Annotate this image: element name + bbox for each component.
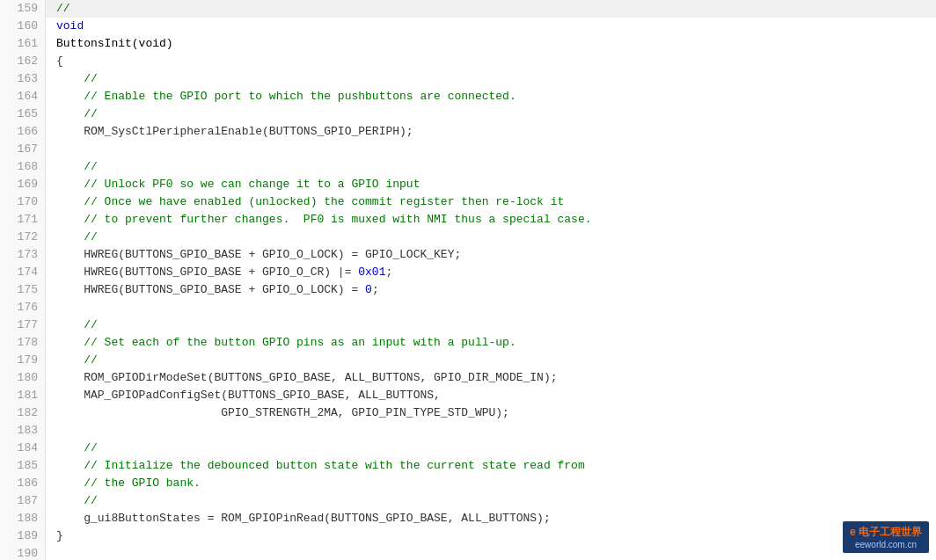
code-row: 172 // <box>0 229 936 246</box>
line-number: 189 <box>0 527 46 545</box>
line-content: // <box>46 158 98 176</box>
code-row: 174 HWREG(BUTTONS_GPIO_BASE + GPIO_O_CR)… <box>0 264 936 281</box>
code-row: 178 // Set each of the button GPIO pins … <box>0 334 936 352</box>
line-content: MAP_GPIOPadConfigSet(BUTTONS_GPIO_BASE, … <box>46 387 441 404</box>
line-number: 190 <box>0 545 46 560</box>
line-number: 160 <box>0 18 46 35</box>
code-row: 163 // <box>0 70 936 88</box>
line-content: // <box>46 0 70 18</box>
code-row: 189} <box>0 527 936 545</box>
line-content: g_ui8ButtonStates = ROM_GPIOPinRead(BUTT… <box>46 510 551 527</box>
line-content: // Once we have enabled (unlocked) the c… <box>46 193 564 211</box>
line-content: HWREG(BUTTONS_GPIO_BASE + GPIO_O_CR) |= … <box>46 264 392 281</box>
line-content: // <box>46 316 98 334</box>
line-content: // Set each of the button GPIO pins as a… <box>46 334 516 352</box>
line-content: // <box>46 352 98 369</box>
line-number: 166 <box>0 123 46 141</box>
code-row: 179 // <box>0 352 936 369</box>
code-row: 187 // <box>0 492 936 510</box>
code-row: 182 GPIO_STRENGTH_2MA, GPIO_PIN_TYPE_STD… <box>0 404 936 422</box>
line-content: // the GPIO bank. <box>46 475 201 492</box>
code-row: 160void <box>0 18 936 35</box>
line-number: 186 <box>0 475 46 492</box>
code-editor: 159//160void161ButtonsInit(void)162{163 … <box>0 0 936 560</box>
code-row: 175 HWREG(BUTTONS_GPIO_BASE + GPIO_O_LOC… <box>0 281 936 299</box>
line-content: HWREG(BUTTONS_GPIO_BASE + GPIO_O_LOCK) =… <box>46 246 461 264</box>
line-content: ButtonsInit(void) <box>46 35 173 53</box>
code-row: 159// <box>0 0 936 18</box>
code-row: 176 <box>0 299 936 316</box>
code-row: 183 <box>0 422 936 440</box>
code-row: 180 ROM_GPIODirModeSet(BUTTONS_GPIO_BASE… <box>0 369 936 387</box>
line-content <box>46 545 63 560</box>
line-content: // to prevent further changes. PF0 is mu… <box>46 211 592 229</box>
line-number: 169 <box>0 176 46 193</box>
line-number: 171 <box>0 211 46 229</box>
line-number: 159 <box>0 0 46 18</box>
line-content <box>46 299 63 316</box>
line-number: 172 <box>0 229 46 246</box>
line-content: ROM_SysCtlPeripheralEnable(BUTTONS_GPIO_… <box>46 123 413 141</box>
code-row: 188 g_ui8ButtonStates = ROM_GPIOPinRead(… <box>0 510 936 527</box>
line-number: 175 <box>0 281 46 299</box>
code-row: 170 // Once we have enabled (unlocked) t… <box>0 193 936 211</box>
line-number: 179 <box>0 352 46 369</box>
line-content <box>46 422 63 440</box>
code-lines: 159//160void161ButtonsInit(void)162{163 … <box>0 0 936 560</box>
line-number: 176 <box>0 299 46 316</box>
line-number: 188 <box>0 510 46 527</box>
line-number: 180 <box>0 369 46 387</box>
watermark: e 电子工程世界 eeworld.com.cn <box>843 521 929 553</box>
code-row: 166 ROM_SysCtlPeripheralEnable(BUTTONS_G… <box>0 123 936 141</box>
line-number: 163 <box>0 70 46 88</box>
line-number: 164 <box>0 88 46 105</box>
line-number: 167 <box>0 141 46 158</box>
line-content: // Unlock PF0 so we can change it to a G… <box>46 176 420 193</box>
line-number: 178 <box>0 334 46 352</box>
code-row: 173 HWREG(BUTTONS_GPIO_BASE + GPIO_O_LOC… <box>0 246 936 264</box>
line-content: // <box>46 105 98 123</box>
line-number: 183 <box>0 422 46 440</box>
line-number: 162 <box>0 53 46 70</box>
line-number: 165 <box>0 105 46 123</box>
line-content: // Initialize the debounced button state… <box>46 457 585 475</box>
line-content: // Enable the GPIO port to which the pus… <box>46 88 516 105</box>
line-content: GPIO_STRENGTH_2MA, GPIO_PIN_TYPE_STD_WPU… <box>46 404 509 422</box>
code-row: 181 MAP_GPIOPadConfigSet(BUTTONS_GPIO_BA… <box>0 387 936 404</box>
code-row: 168 // <box>0 158 936 176</box>
line-number: 170 <box>0 193 46 211</box>
line-content: } <box>46 527 63 545</box>
line-content: void <box>46 18 84 35</box>
line-number: 173 <box>0 246 46 264</box>
watermark-site-icon: e 电子工程世界 <box>850 525 922 540</box>
line-number: 185 <box>0 457 46 475</box>
code-row: 169 // Unlock PF0 so we can change it to… <box>0 176 936 193</box>
line-number: 182 <box>0 404 46 422</box>
line-content: HWREG(BUTTONS_GPIO_BASE + GPIO_O_LOCK) =… <box>46 281 379 299</box>
line-number: 187 <box>0 492 46 510</box>
line-number: 181 <box>0 387 46 404</box>
line-number: 161 <box>0 35 46 53</box>
line-number: 184 <box>0 440 46 457</box>
code-row: 165 // <box>0 105 936 123</box>
code-row: 167 <box>0 141 936 158</box>
line-number: 177 <box>0 316 46 334</box>
code-row: 184 // <box>0 440 936 457</box>
line-number: 174 <box>0 264 46 281</box>
code-row: 190 <box>0 545 936 560</box>
code-row: 162{ <box>0 53 936 70</box>
code-row: 164 // Enable the GPIO port to which the… <box>0 88 936 105</box>
line-content: // <box>46 70 98 88</box>
watermark-url: eeworld.com.cn <box>855 540 917 549</box>
line-content: { <box>46 53 63 70</box>
code-row: 185 // Initialize the debounced button s… <box>0 457 936 475</box>
code-row: 177 // <box>0 316 936 334</box>
line-number: 168 <box>0 158 46 176</box>
line-content <box>46 141 63 158</box>
code-row: 161ButtonsInit(void) <box>0 35 936 53</box>
line-content: // <box>46 229 98 246</box>
line-content: // <box>46 492 98 510</box>
line-content: ROM_GPIODirModeSet(BUTTONS_GPIO_BASE, AL… <box>46 369 558 387</box>
code-row: 171 // to prevent further changes. PF0 i… <box>0 211 936 229</box>
line-content: // <box>46 440 98 457</box>
